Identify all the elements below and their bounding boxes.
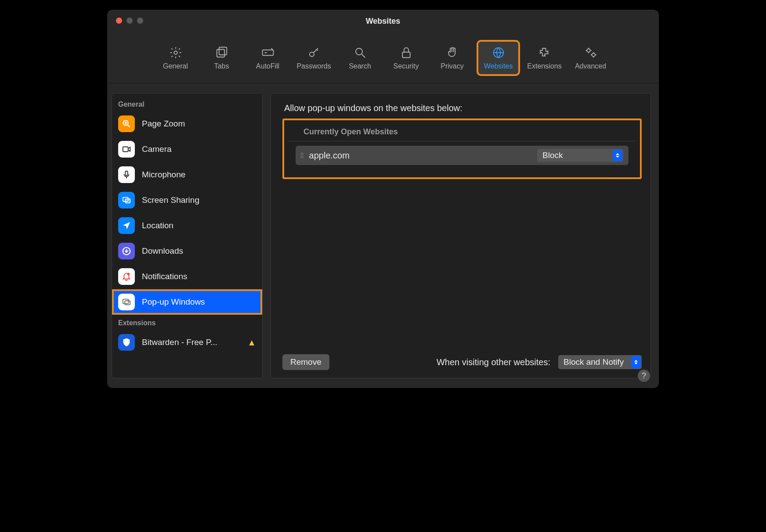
download-icon (118, 243, 135, 259)
sidebar-section-header: General (112, 96, 262, 111)
window-title: Websites (366, 17, 401, 26)
sidebar-item-microphone[interactable]: Microphone (112, 162, 262, 187)
sidebar-item-label: Screen Sharing (142, 195, 256, 205)
site-policy-value: Block (542, 151, 563, 160)
sidebar: GeneralPage ZoomCameraMicrophoneScreen S… (112, 93, 263, 378)
tabs-icon (215, 46, 228, 60)
tab-security[interactable]: Security (385, 41, 427, 75)
sidebar-item-label: Location (142, 221, 256, 230)
camera-icon (118, 141, 135, 158)
svg-point-9 (592, 53, 595, 57)
site-row[interactable]: apple.comBlock (296, 146, 629, 165)
help-button[interactable]: ? (638, 370, 650, 382)
tab-advanced[interactable]: Advanced (570, 41, 611, 75)
chevron-updown-icon (631, 356, 641, 368)
globe-icon (492, 46, 505, 60)
currently-open-header: Currently Open Websites (288, 126, 636, 141)
tab-label: Privacy (441, 62, 463, 70)
svg-rect-12 (125, 171, 128, 176)
tab-extensions[interactable]: Extensions (524, 41, 565, 75)
svg-point-5 (356, 48, 362, 55)
svg-rect-2 (219, 47, 227, 55)
tab-privacy[interactable]: Privacy (431, 41, 473, 75)
svg-point-16 (127, 273, 130, 276)
main-panel: Allow pop-up windows on the websites bel… (271, 93, 651, 378)
windows-icon (118, 294, 135, 310)
site-policy-select[interactable]: Block (537, 149, 623, 162)
zoom-icon (118, 115, 135, 132)
svg-point-8 (587, 49, 590, 52)
sidebar-section-header: Extensions (112, 315, 262, 330)
sidebar-item-pop-up-windows[interactable]: Pop-up Windows (112, 289, 262, 315)
sidebar-item-location[interactable]: Location (112, 213, 262, 238)
sidebar-item-label: Notifications (142, 272, 256, 281)
svg-rect-3 (262, 50, 273, 55)
tab-label: Websites (484, 62, 513, 70)
minimize-button[interactable] (126, 18, 133, 24)
sidebar-item-screen-sharing[interactable]: Screen Sharing (112, 187, 262, 213)
window-controls (116, 18, 143, 24)
zoom-button[interactable] (137, 18, 143, 24)
lock-icon (400, 46, 413, 60)
allow-label: Allow pop-up windows on the websites bel… (284, 103, 642, 113)
tab-general[interactable]: General (155, 41, 196, 75)
gears-icon (584, 46, 597, 60)
sidebar-item-label: Microphone (142, 170, 256, 180)
close-button[interactable] (116, 18, 122, 24)
sites-box: Currently Open Websites apple.comBlock (282, 119, 642, 179)
screens-icon (118, 192, 135, 208)
sidebar-item-label: Camera (142, 144, 256, 154)
svg-rect-11 (123, 147, 128, 152)
tab-websites[interactable]: Websites (477, 41, 519, 75)
sidebar-item-label: Page Zoom (142, 119, 256, 129)
svg-rect-1 (217, 49, 224, 57)
sidebar-item-label: Downloads (142, 246, 256, 256)
sidebar-item-camera[interactable]: Camera (112, 137, 262, 162)
autofill-icon (261, 46, 275, 60)
svg-rect-6 (402, 52, 410, 58)
tab-label: Tabs (214, 62, 229, 70)
sidebar-item-notifications[interactable]: Notifications (112, 264, 262, 289)
other-sites-select[interactable]: Block and Notify (558, 355, 642, 369)
sidebar-item-label: Bitwarden - Free P... (142, 338, 238, 347)
location-icon (118, 217, 135, 234)
tab-label: General (163, 62, 188, 70)
tab-label: Search (349, 62, 371, 70)
hand-icon (446, 46, 459, 60)
sidebar-item-page-zoom[interactable]: Page Zoom (112, 111, 262, 137)
svg-rect-14 (125, 199, 130, 203)
tab-search[interactable]: Search (339, 41, 381, 75)
remove-button[interactable]: Remove (282, 354, 329, 370)
tab-tabs[interactable]: Tabs (201, 41, 242, 75)
tab-label: Advanced (575, 62, 606, 70)
apple-icon:  (301, 151, 304, 160)
tab-label: Passwords (296, 62, 331, 70)
footer: Remove When visiting other websites: Blo… (282, 348, 642, 370)
svg-rect-17 (123, 299, 129, 304)
key-icon (307, 46, 321, 60)
shield-icon (118, 334, 135, 351)
tab-passwords[interactable]: Passwords (293, 41, 335, 75)
tab-autofill[interactable]: AutoFill (247, 41, 289, 75)
other-sites-value: Block and Notify (564, 357, 624, 367)
gear-icon (169, 46, 182, 60)
other-sites-label: When visiting other websites: (437, 357, 550, 367)
site-name: apple.com (309, 151, 532, 161)
tab-label: Security (394, 62, 419, 70)
tab-label: AutoFill (256, 62, 279, 70)
mic-icon (118, 166, 135, 183)
chevron-updown-icon (613, 150, 622, 161)
svg-point-0 (174, 51, 177, 54)
preferences-toolbar: GeneralTabsAutoFillPasswordsSearchSecuri… (107, 32, 659, 83)
svg-rect-18 (125, 301, 130, 305)
tab-label: Extensions (527, 62, 561, 70)
search-icon (354, 46, 367, 60)
sidebar-item-label: Pop-up Windows (142, 297, 256, 307)
titlebar: Websites (107, 10, 659, 32)
bell-icon (118, 268, 135, 285)
warning-icon: ▲ (247, 338, 256, 348)
puzzle-icon (538, 46, 551, 60)
sidebar-item-downloads[interactable]: Downloads (112, 238, 262, 264)
sidebar-item-bitwarden-free-p[interactable]: Bitwarden - Free P...▲ (112, 330, 262, 355)
svg-point-4 (310, 52, 314, 56)
